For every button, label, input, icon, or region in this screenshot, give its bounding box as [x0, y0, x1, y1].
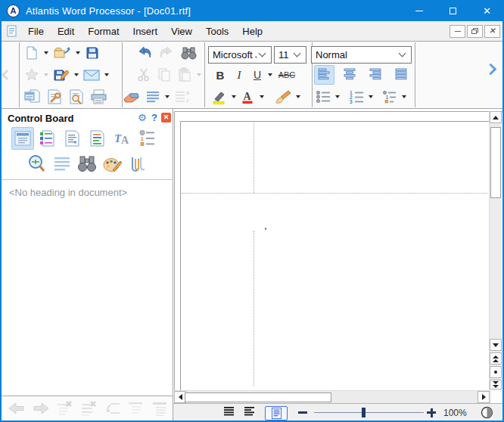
toolbar-overflow-right[interactable]	[487, 58, 495, 79]
underline-dropdown[interactable]	[268, 73, 272, 76]
doc-close-button[interactable]: ✕	[484, 25, 500, 38]
scroll-right-button[interactable]	[478, 391, 490, 403]
print-layout-view-button[interactable]	[265, 406, 288, 420]
browse-object-button[interactable]	[490, 366, 502, 378]
open-document-button[interactable]	[51, 43, 73, 63]
menu-view[interactable]: View	[164, 23, 199, 40]
bullets-button[interactable]	[314, 87, 332, 107]
menu-file[interactable]: File	[21, 23, 51, 40]
find-button[interactable]	[179, 43, 199, 63]
doc-restore-button[interactable]	[467, 25, 483, 38]
remove-all-headings-button[interactable]	[79, 399, 100, 418]
document-view[interactable]	[173, 109, 502, 403]
save-as-button[interactable]	[51, 65, 71, 85]
print-button[interactable]	[89, 87, 109, 107]
paragraph-dropdown[interactable]	[165, 95, 170, 98]
tool-paragraph[interactable]	[51, 153, 73, 175]
new-document-button[interactable]	[23, 43, 41, 63]
align-left-button[interactable]	[314, 65, 334, 85]
style-combobox[interactable]: Normal	[311, 46, 412, 64]
horizontal-scrollbar[interactable]	[174, 390, 491, 403]
panel-close-icon[interactable]: ✕	[161, 113, 171, 123]
tab-styles-in-use[interactable]	[86, 127, 109, 150]
bold-button[interactable]: B	[212, 65, 229, 85]
menu-format[interactable]: Format	[81, 23, 126, 40]
new-dropdown[interactable]	[44, 51, 48, 54]
contrast-mode-icon[interactable]	[481, 406, 493, 419]
align-center-button[interactable]	[340, 65, 360, 85]
page-setup-button[interactable]	[45, 87, 64, 107]
sort-button[interactable]: az	[173, 87, 192, 107]
settings-gear-icon[interactable]: ⚙	[138, 112, 147, 123]
remove-heading-button[interactable]	[54, 399, 76, 418]
toolbar-overflow-left[interactable]	[3, 64, 11, 85]
paste-dropdown[interactable]	[197, 73, 201, 76]
tab-headings[interactable]	[11, 127, 34, 150]
outline-numbering-dropdown[interactable]	[402, 95, 406, 98]
minimize-button[interactable]	[402, 0, 436, 21]
forward-button[interactable]	[30, 399, 51, 418]
demote-heading-button[interactable]	[150, 399, 171, 418]
eraser-button[interactable]	[120, 87, 142, 107]
numbering-button[interactable]: 123	[347, 87, 366, 107]
print-preview-button[interactable]	[67, 87, 86, 107]
font-color-dropdown[interactable]	[260, 95, 264, 98]
tab-bookmarks[interactable]	[36, 127, 59, 150]
move-heading-button[interactable]	[103, 399, 123, 418]
favorites-button[interactable]	[23, 65, 41, 85]
doc-minimize-button[interactable]	[450, 25, 465, 38]
italic-button[interactable]: I	[231, 65, 247, 85]
highlight-button[interactable]	[210, 87, 229, 107]
cut-button[interactable]	[135, 65, 153, 85]
format-painter-button[interactable]	[272, 87, 293, 107]
online-layout-view-button[interactable]	[244, 406, 255, 417]
justify-button[interactable]	[391, 65, 412, 85]
menu-help[interactable]: Help	[235, 23, 269, 40]
help-icon[interactable]: ?	[151, 112, 157, 123]
outline-numbering-button[interactable]: 1	[381, 87, 399, 107]
save-as-dropdown[interactable]	[74, 73, 79, 76]
vertical-scrollbar[interactable]	[489, 111, 502, 389]
send-mail-button[interactable]	[82, 65, 101, 85]
tool-zoom[interactable]	[26, 153, 48, 175]
align-right-button[interactable]	[366, 65, 386, 85]
save-button[interactable]	[83, 43, 101, 63]
paragraph-formatting-button[interactable]	[144, 87, 162, 107]
tool-colors[interactable]	[101, 153, 123, 175]
back-button[interactable]	[6, 399, 27, 418]
numbering-dropdown[interactable]	[369, 95, 373, 98]
close-button[interactable]: ✕	[470, 0, 504, 21]
font-size-combobox[interactable]: 11	[274, 46, 306, 64]
highlight-dropdown[interactable]	[232, 95, 236, 98]
tool-clipboards[interactable]	[126, 153, 148, 175]
horizontal-scroll-thumb[interactable]	[185, 393, 331, 402]
zoom-out-button[interactable]	[298, 411, 307, 414]
tool-find[interactable]	[76, 153, 98, 175]
redo-button[interactable]	[157, 43, 176, 63]
bullets-dropdown[interactable]	[335, 95, 340, 98]
maximize-button[interactable]	[436, 0, 470, 21]
font-name-combobox[interactable]: Microsoft Jh	[208, 46, 272, 64]
scroll-up-button[interactable]	[490, 111, 502, 123]
send-mail-dropdown[interactable]	[104, 73, 109, 76]
next-page-button[interactable]	[490, 380, 502, 389]
promote-heading-button[interactable]	[126, 399, 147, 418]
tab-numbering-lists[interactable]: 1	[136, 127, 159, 150]
menu-insert[interactable]: Insert	[126, 23, 165, 40]
tab-fonts[interactable]: TA	[111, 127, 134, 150]
previous-page-button[interactable]	[490, 352, 502, 365]
undo-button[interactable]	[135, 43, 154, 63]
font-color-button[interactable]: A	[239, 87, 257, 107]
zoom-slider-thumb[interactable]	[362, 408, 366, 417]
vertical-scroll-thumb[interactable]	[490, 127, 501, 198]
menu-edit[interactable]: Edit	[51, 23, 81, 40]
format-painter-dropdown[interactable]	[296, 95, 300, 98]
copy-button[interactable]	[155, 65, 173, 85]
menu-tools[interactable]: Tools	[199, 23, 235, 40]
strikethrough-button[interactable]: ABC	[275, 65, 298, 85]
favorites-dropdown[interactable]	[44, 73, 48, 76]
zoom-slider-track[interactable]	[314, 412, 424, 413]
scroll-down-button[interactable]	[490, 339, 502, 351]
underline-button[interactable]: U	[250, 65, 265, 85]
paste-button[interactable]	[176, 65, 194, 85]
